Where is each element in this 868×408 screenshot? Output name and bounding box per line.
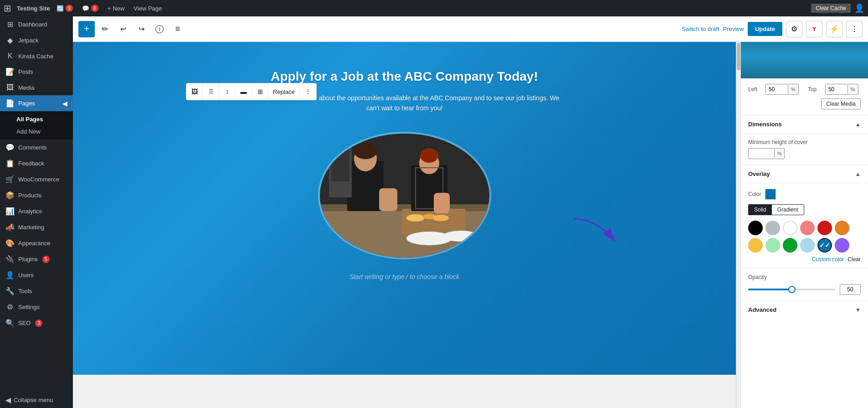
sidebar-item-seo[interactable]: 🔍 SEO 3 xyxy=(0,315,73,331)
min-height-input[interactable] xyxy=(749,149,774,159)
fullwidth-icon: ⊞ xyxy=(257,88,263,95)
overlay-clear-button[interactable]: Clear xyxy=(847,256,861,263)
start-writing-prompt[interactable]: Start writing or type / to choose a bloc… xyxy=(349,273,459,280)
sidebar-item-pages[interactable]: 📄 Pages ◀ xyxy=(0,95,73,111)
collapse-menu[interactable]: ◀ Collapse menu xyxy=(0,392,73,408)
advanced-chevron-down-icon: ▼ xyxy=(855,307,861,313)
clear-cache-button[interactable]: Clear Cache xyxy=(811,4,851,13)
appearance-icon: 🎨 xyxy=(5,239,15,248)
cover-image[interactable] xyxy=(318,132,491,259)
preview-button[interactable]: Preview xyxy=(723,26,744,32)
dimensions-chevron-up-icon: ▲ xyxy=(855,121,861,128)
sidebar-item-label: Kinsta Cache xyxy=(18,53,53,60)
gradient-tab[interactable]: Gradient xyxy=(772,205,804,215)
sidebar-item-jetpack[interactable]: ◆ Jetpack xyxy=(0,32,73,48)
sidebar-item-feedback[interactable]: 📋 Feedback xyxy=(0,155,73,171)
palette-color-blue[interactable]: ✓ xyxy=(817,238,832,253)
view-page-item[interactable]: View Page xyxy=(131,5,164,12)
vertical-scrollbar[interactable] xyxy=(736,42,740,408)
top-label: Top xyxy=(808,86,822,93)
sidebar-item-plugins[interactable]: 🔌 Plugins 5 xyxy=(0,251,73,267)
sidebar-item-label: Marketing xyxy=(18,224,44,231)
overlay-title: Overlay xyxy=(748,170,770,177)
sidebar-item-users[interactable]: 👤 Users xyxy=(0,267,73,283)
sidebar-item-posts[interactable]: 📝 Posts xyxy=(0,64,73,80)
dimensions-heading[interactable]: Dimensions ▲ xyxy=(741,115,868,134)
list-view-button[interactable]: ≡ xyxy=(169,21,186,37)
drag-handle[interactable]: ⠿ xyxy=(203,83,219,100)
left-input[interactable] xyxy=(766,84,788,94)
top-input[interactable] xyxy=(826,84,847,94)
sidebar-item-kinsta[interactable]: K Kinsta Cache xyxy=(0,48,73,64)
boost-button[interactable]: ⚡ xyxy=(826,21,842,37)
pages-arrow-icon: ◀ xyxy=(62,100,67,107)
sidebar-item-label: Analytics xyxy=(18,208,42,215)
sidebar-item-media[interactable]: 🖼 Media xyxy=(0,80,73,95)
palette-color-yellow[interactable] xyxy=(748,238,763,253)
sidebar-item-settings[interactable]: ⚙ Settings xyxy=(0,299,73,315)
replace-button[interactable]: Replace xyxy=(268,88,300,95)
sidebar-item-dashboard[interactable]: ⊞ Dashboard xyxy=(0,16,73,32)
ellipsis-vertical-icon: ⋮ xyxy=(851,25,858,33)
sidebar-item-comments[interactable]: 💬 Comments xyxy=(0,139,73,155)
svg-rect-19 xyxy=(331,145,349,181)
sidebar-subitem-add-new[interactable]: Add New xyxy=(0,125,73,138)
tools-button[interactable]: ✏ xyxy=(97,21,113,37)
position-section: Left % Top % Clear Media xyxy=(741,78,868,115)
sidebar-item-woocommerce[interactable]: 🛒 WooCommerce xyxy=(0,171,73,187)
chef-image-placeholder xyxy=(320,134,491,259)
site-name[interactable]: Testing Site xyxy=(17,5,50,12)
custom-color-button[interactable]: Custom color xyxy=(812,256,844,263)
overlay-heading[interactable]: Overlay ▲ xyxy=(741,165,868,183)
updates-item[interactable]: 🔄 9 xyxy=(54,5,76,12)
advanced-heading[interactable]: Advanced ▼ xyxy=(748,306,861,313)
palette-color-light-green[interactable] xyxy=(765,238,780,253)
palette-color-black[interactable] xyxy=(748,221,763,235)
drag-icon: ⠿ xyxy=(209,88,213,95)
sidebar-subitem-all-pages[interactable]: All Pages xyxy=(0,113,73,125)
cover-block[interactable]: Apply for a Job at the ABC Company Today… xyxy=(73,42,736,375)
canvas-wrapper[interactable]: 🖼 ⠿ ↕ ▬ ⊞ Replace ⋮ xyxy=(73,42,736,408)
more-options-button[interactable]: ⋮ xyxy=(846,21,863,37)
sidebar-item-products[interactable]: 📦 Products xyxy=(0,187,73,203)
products-icon: 📦 xyxy=(5,191,15,200)
more-block-options-button[interactable]: ⋮ xyxy=(300,83,316,100)
sidebar-item-tools[interactable]: 🔧 Tools xyxy=(0,283,73,299)
redo-button[interactable]: ↪ xyxy=(133,21,149,37)
comments-item[interactable]: 💬 0 xyxy=(79,5,101,12)
settings-panel-button[interactable]: ⚙ xyxy=(786,21,802,37)
editor-canvas-area: 🖼 ⠿ ↕ ▬ ⊞ Replace ⋮ xyxy=(73,42,868,408)
opacity-input[interactable] xyxy=(840,284,860,294)
palette-color-pink[interactable] xyxy=(800,221,815,235)
solid-tab[interactable]: Solid xyxy=(749,205,772,215)
align-button[interactable]: ▬ xyxy=(236,83,252,100)
palette-color-white[interactable] xyxy=(783,221,797,235)
palette-color-gray[interactable] xyxy=(765,221,780,235)
fullwidth-button[interactable]: ⊞ xyxy=(252,83,268,100)
sidebar-item-appearance[interactable]: 🎨 Appearance xyxy=(0,235,73,251)
palette-color-green[interactable] xyxy=(783,238,797,253)
block-type-button[interactable]: 🖼 xyxy=(186,83,203,100)
clear-media-button[interactable]: Clear Media xyxy=(821,98,861,109)
pages-icon: 📄 xyxy=(5,99,15,108)
new-label: New xyxy=(113,5,124,12)
palette-color-red[interactable] xyxy=(817,221,832,235)
update-button[interactable]: Update xyxy=(748,22,782,36)
switch-draft-button[interactable]: Switch to draft xyxy=(682,26,719,32)
dashboard-icon: ⊞ xyxy=(5,20,15,29)
info-button[interactable]: i xyxy=(151,21,168,37)
overlay-color-swatch[interactable] xyxy=(765,189,776,200)
svg-point-8 xyxy=(354,143,377,159)
undo-button[interactable]: ↩ xyxy=(115,21,131,37)
new-item[interactable]: + New xyxy=(105,5,128,12)
comments-badge: 0 xyxy=(91,5,98,12)
palette-color-orange[interactable] xyxy=(835,221,849,235)
yoast-button[interactable]: Y xyxy=(806,21,822,37)
add-block-button[interactable]: + xyxy=(78,21,95,37)
move-button[interactable]: ↕ xyxy=(219,83,236,100)
opacity-slider[interactable] xyxy=(748,289,835,290)
palette-color-purple[interactable] xyxy=(835,238,849,253)
sidebar-item-marketing[interactable]: 📣 Marketing xyxy=(0,219,73,235)
sidebar-item-analytics[interactable]: 📊 Analytics xyxy=(0,203,73,219)
palette-color-light-blue[interactable] xyxy=(800,238,815,253)
